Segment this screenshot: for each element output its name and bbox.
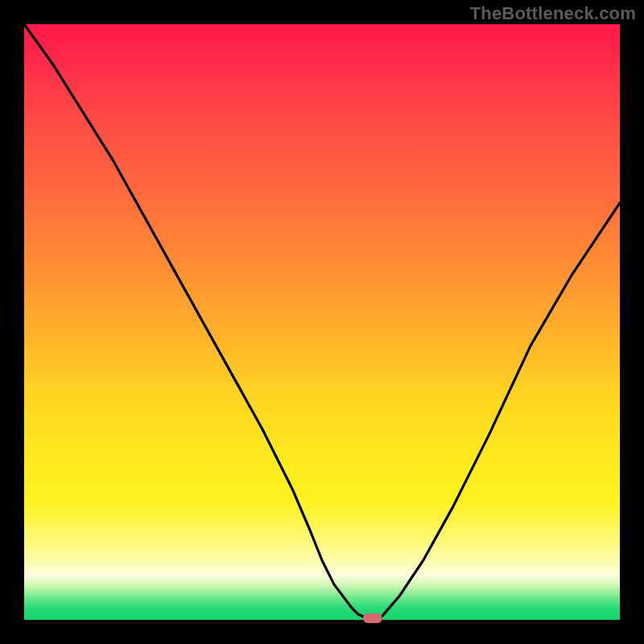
curve-layer <box>24 24 620 620</box>
optimum-marker <box>363 613 382 623</box>
watermark-text: TheBottleneck.com <box>470 3 636 24</box>
chart-frame: TheBottleneck.com <box>0 0 644 644</box>
plot-area <box>24 24 620 620</box>
bottleneck-curve-path <box>24 24 620 620</box>
